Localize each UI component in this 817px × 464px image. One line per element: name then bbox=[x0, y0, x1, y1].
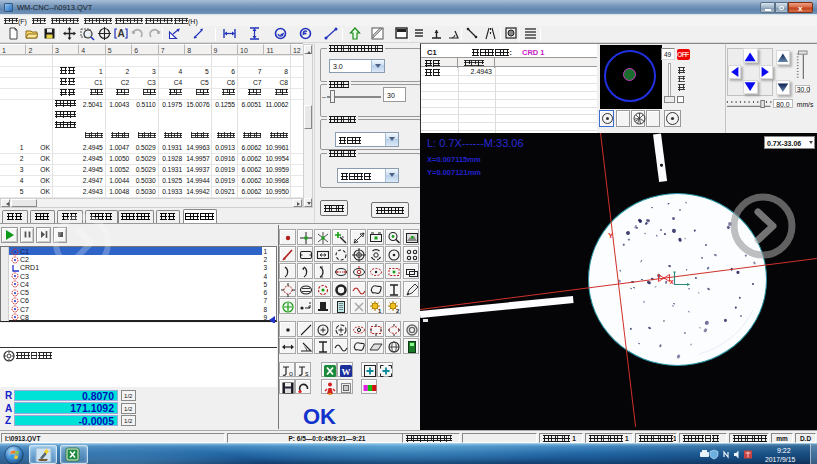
svg-text:1: 1 bbox=[378, 308, 382, 314]
svg-text:2: 2 bbox=[396, 308, 400, 314]
svg-text:s: s bbox=[305, 370, 309, 377]
svg-text:A: A bbox=[117, 28, 124, 39]
svg-text:o: o bbox=[289, 370, 293, 377]
svg-text:x: x bbox=[670, 278, 674, 285]
svg-text:W: W bbox=[341, 367, 350, 377]
